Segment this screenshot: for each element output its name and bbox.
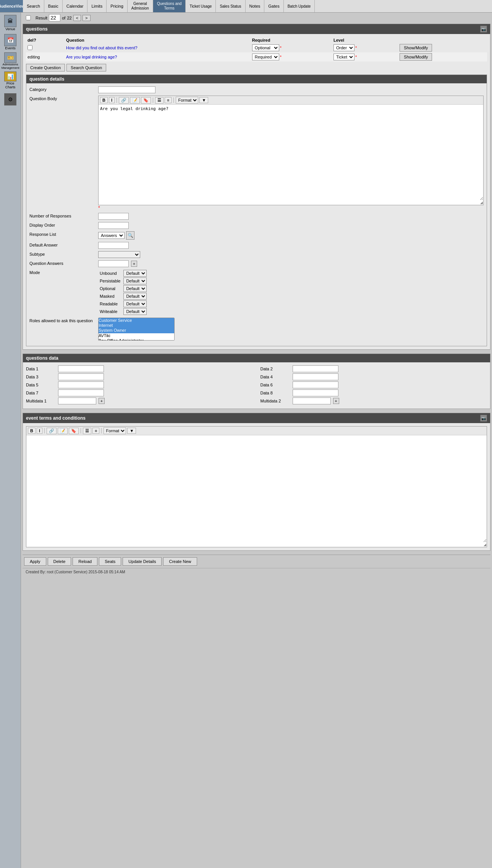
apply-btn[interactable]: Apply xyxy=(24,557,46,566)
show-modify-btn-2[interactable]: Show/Modify xyxy=(400,53,432,61)
et-btn-5[interactable]: 🔖 xyxy=(69,428,79,434)
multidata-2-input[interactable] xyxy=(293,397,331,404)
mode-persistable-select[interactable]: Default xyxy=(123,277,147,284)
reload-btn[interactable]: Reload xyxy=(73,557,97,566)
bold-btn[interactable]: B xyxy=(100,97,108,103)
tab-calendar[interactable]: Calendar xyxy=(63,0,88,12)
search-question-btn[interactable]: Search Question xyxy=(66,64,106,71)
mode-writeable-select[interactable]: Default xyxy=(123,308,147,315)
result-current[interactable] xyxy=(49,14,60,21)
event-terms-textarea[interactable] xyxy=(26,435,487,542)
role-customer-service[interactable]: Customer Service xyxy=(99,318,174,323)
multidata-1-input[interactable] xyxy=(58,397,96,404)
data-4-input[interactable] xyxy=(293,373,338,380)
tab-notes[interactable]: Notes xyxy=(246,0,265,12)
del-checkbox-1[interactable] xyxy=(28,45,32,50)
tab-ticket-usage[interactable]: Ticket Usage xyxy=(186,0,216,12)
tab-sales-status[interactable]: Sales Status xyxy=(216,0,245,12)
tab-limits[interactable]: Limits xyxy=(87,0,107,12)
et-list-ul[interactable]: ☰ xyxy=(83,428,91,434)
response-list-select[interactable]: Answers xyxy=(98,232,125,239)
col-question: Question xyxy=(65,37,251,43)
roles-select[interactable]: Customer Service Internet System Owner A… xyxy=(98,318,175,341)
rte-resize-handle[interactable]: ◢ xyxy=(99,200,483,205)
event-terms-toggle-btn[interactable]: 📷 xyxy=(480,415,487,422)
category-input[interactable] xyxy=(98,86,155,93)
sidebar-item-events[interactable]: 📅 Events xyxy=(2,33,19,51)
tab-basic[interactable]: Basic xyxy=(44,0,63,12)
et-btn-4[interactable]: 📝 xyxy=(58,428,68,434)
level-select-1[interactable]: Order Ticket xyxy=(333,44,354,51)
show-modify-btn-1[interactable]: Show/Modify xyxy=(400,44,432,52)
mode-unbound-select[interactable]: Default xyxy=(123,270,147,277)
delete-btn[interactable]: Delete xyxy=(48,557,71,566)
et-btn-3[interactable]: 🔗 xyxy=(47,428,57,434)
tab-pricing[interactable]: Pricing xyxy=(107,0,128,12)
toolbar-list-ul[interactable]: ☰ xyxy=(155,97,163,104)
create-question-btn[interactable]: Create Question xyxy=(26,64,65,71)
data-2-input[interactable] xyxy=(293,365,338,372)
toolbar-btn-4[interactable]: 📝 xyxy=(130,97,140,104)
mode-masked-select[interactable]: Default xyxy=(123,293,147,300)
event-terms-resize-handle[interactable]: ◢ xyxy=(26,542,487,547)
et-bold-btn[interactable]: B xyxy=(28,428,36,434)
data-3-input[interactable] xyxy=(58,373,104,380)
et-list-ol[interactable]: ≡ xyxy=(92,428,99,434)
result-checkbox[interactable] xyxy=(23,15,34,20)
tab-questions-terms[interactable]: Questions andTerms xyxy=(153,0,186,12)
italic-btn[interactable]: I xyxy=(109,97,115,103)
data-1-input[interactable] xyxy=(58,365,104,372)
format-select[interactable]: Format xyxy=(176,97,198,104)
display-order-input[interactable] xyxy=(98,222,129,229)
role-internet[interactable]: Internet xyxy=(99,323,174,328)
tab-gates[interactable]: Gates xyxy=(264,0,283,12)
mode-readable-select[interactable]: Default xyxy=(123,300,147,307)
multidata-2-add-btn[interactable]: + xyxy=(333,398,339,404)
sidebar-item-venue-label: Venue xyxy=(5,27,15,31)
et-format-select[interactable]: Format xyxy=(104,427,126,434)
level-select-2[interactable]: Order Ticket xyxy=(333,54,354,60)
sidebar-item-admissions[interactable]: 🎫 AdmissionsManagement xyxy=(2,52,19,70)
data-7-input[interactable] xyxy=(58,389,104,396)
role-box-office[interactable]: Box Office Administrator xyxy=(99,338,174,341)
create-new-btn[interactable]: Create New xyxy=(163,557,197,566)
num-responses-input[interactable] xyxy=(98,213,129,220)
toolbar-list-ol[interactable]: ≡ xyxy=(165,97,172,103)
et-italic-btn[interactable]: I xyxy=(37,428,42,434)
subtype-select[interactable] xyxy=(98,251,140,258)
question-answers-add-btn[interactable]: + xyxy=(131,261,137,267)
required-select-1[interactable]: Optional Required xyxy=(252,44,279,51)
toolbar-btn-3[interactable]: 🔗 xyxy=(119,97,129,104)
format-arrow-btn[interactable]: ▼ xyxy=(199,97,208,103)
sidebar-item-venue[interactable]: 🏛 Venue xyxy=(2,14,19,32)
question-answers-input[interactable] xyxy=(98,260,129,267)
mode-optional-select[interactable]: Default xyxy=(123,285,147,292)
role-avtiki[interactable]: AVTiki xyxy=(99,333,174,338)
data-5-input[interactable] xyxy=(58,381,104,388)
question-link-2[interactable]: Are you legal drinking age? xyxy=(66,55,117,59)
question-link-1[interactable]: How did you find out about this event? xyxy=(66,45,138,50)
role-system-owner[interactable]: System Owner xyxy=(99,328,174,333)
update-details-btn[interactable]: Update Details xyxy=(123,557,162,566)
tab-search[interactable]: Search xyxy=(23,0,44,12)
data-6-input[interactable] xyxy=(293,381,338,388)
sidebar-item-price-charts-label: Price Charts xyxy=(2,81,19,89)
default-answer-input[interactable] xyxy=(98,242,129,249)
tab-general-admission[interactable]: GeneralAdmission xyxy=(128,0,153,12)
data-8-input[interactable] xyxy=(293,389,338,396)
response-list-search-btn[interactable]: 🔍 xyxy=(126,231,134,240)
num-responses-value xyxy=(98,213,484,220)
seats-btn[interactable]: Seats xyxy=(99,557,121,566)
mode-masked-select-cell: Default xyxy=(122,292,148,300)
toolbar-btn-5[interactable]: 🔖 xyxy=(141,97,151,104)
sidebar-item-price-charts[interactable]: 📊 Price Charts xyxy=(2,71,19,89)
question-body-textarea[interactable]: Are you legal drinking age? xyxy=(99,105,483,200)
et-format-arrow-btn[interactable]: ▼ xyxy=(127,428,136,434)
multidata-1-add-btn[interactable]: + xyxy=(99,398,105,404)
result-next-btn[interactable]: > xyxy=(83,15,90,21)
questions-toggle-btn[interactable]: 📷 xyxy=(480,26,487,32)
result-prev-btn[interactable]: < xyxy=(73,15,81,21)
tab-batch-update[interactable]: Batch Update xyxy=(284,0,315,12)
required-select-2[interactable]: Optional Required xyxy=(252,54,279,60)
sidebar-item-settings[interactable]: ⚙ xyxy=(2,91,19,108)
